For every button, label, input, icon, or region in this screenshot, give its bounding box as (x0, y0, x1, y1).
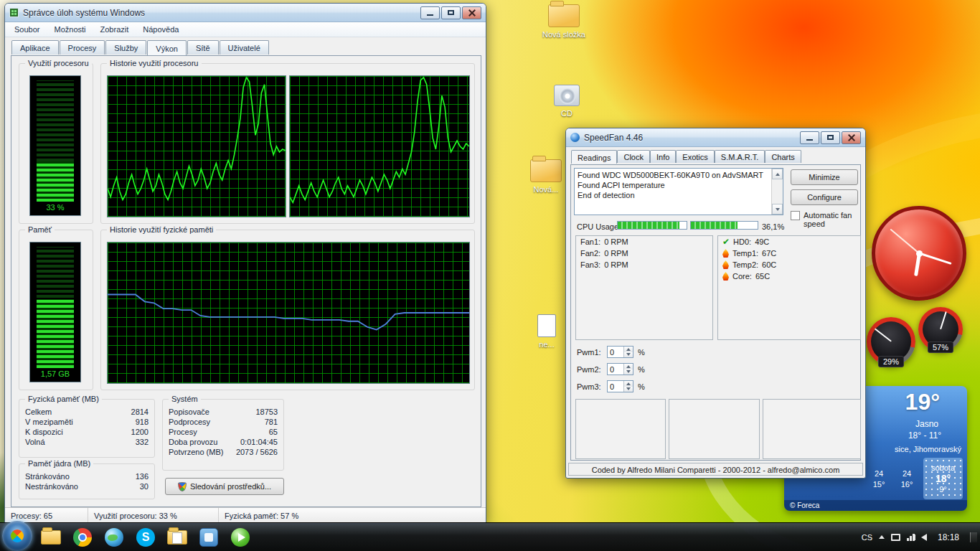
group-label: Paměť (25, 225, 55, 234)
status-cpu: Využití procesoru: 33 % (88, 508, 219, 524)
explorer-icon (41, 530, 61, 545)
stat-row: Procesy65 (163, 427, 283, 437)
temp-range: 18° - 11° (908, 430, 941, 441)
stat-row: Volná332 (19, 437, 154, 447)
pwm-unit: % (638, 382, 645, 391)
cpu-usage-label: CPU Usage (577, 222, 618, 231)
detection-log[interactable]: Found WDC WD5000BEKT-60KA9T0 on AdvSMART… (574, 168, 783, 215)
language-indicator[interactable]: CS (862, 533, 872, 542)
configure-button[interactable]: Configure (791, 189, 858, 205)
tab-site[interactable]: Sítě (187, 40, 219, 55)
clock-gadget[interactable] (872, 206, 966, 301)
forecast-tomorrow[interactable]: sobota 18° 9° (923, 458, 963, 499)
maximize-button[interactable] (441, 6, 461, 19)
minimize-app-label: Minimize (809, 173, 839, 182)
taskbar-app[interactable] (193, 523, 225, 551)
tab-info[interactable]: Info (650, 150, 676, 163)
system-group: Systém Popisovače18753 Podprocesy781 Pro… (162, 399, 284, 471)
tab-sluzby[interactable]: Služby (105, 40, 146, 55)
maximize-button[interactable] (821, 131, 840, 144)
current-temp: 19° (905, 389, 940, 415)
flame-icon (722, 249, 729, 258)
minimize-app-button[interactable]: Minimize (791, 169, 858, 185)
configure-label: Configure (807, 193, 842, 202)
pwm-label: Pwm1: (577, 348, 603, 357)
speedfan-icon (570, 133, 580, 142)
menu-moznosti[interactable]: Možnosti (47, 23, 92, 36)
file-icon (537, 314, 556, 337)
stat-row: Podprocesy781 (163, 417, 283, 427)
pwm1-stepper[interactable]: 0 (607, 346, 633, 358)
stat-row: Potvrzeno (MB)2073 / 5626 (163, 447, 283, 457)
taskman-tabs: Aplikace Procesy Služby Výkon Sítě Uživa… (5, 37, 486, 55)
ram-meter-gadget[interactable]: 57% (918, 307, 963, 353)
taskbar-chrome[interactable] (67, 523, 98, 551)
tab-smart[interactable]: S.M.A.R.T. (715, 150, 765, 163)
menu-napoveda[interactable]: Nápověda (136, 23, 185, 36)
desktop-icon-nova-slozka[interactable]: Nová složka (537, 4, 591, 39)
taskbar-explorer[interactable] (35, 523, 67, 551)
pwm-unit: % (638, 365, 645, 374)
check-icon: ✔ (722, 238, 730, 246)
tab-uzivatele[interactable]: Uživatelé (220, 40, 269, 55)
taskbar-browser[interactable] (98, 523, 130, 551)
resource-monitor-button[interactable]: Sledování prostředků... (165, 478, 284, 495)
performance-tab-page: Využití procesoru 33 % Historie využití … (11, 55, 481, 507)
tab-clock[interactable]: Clock (617, 150, 650, 163)
tab-exotics[interactable]: Exotics (676, 150, 714, 163)
icon-label: ne... (539, 340, 554, 349)
hidden-icons-arrow[interactable] (879, 535, 885, 539)
menu-zobrazit[interactable]: Zobrazit (94, 23, 136, 36)
taskbar-documents[interactable] (161, 523, 193, 551)
menu-soubor[interactable]: Soubor (8, 23, 46, 36)
cpu-usage-percent: 36,1% (762, 222, 784, 231)
gauge-value: 57% (928, 342, 953, 353)
close-icon (468, 9, 476, 17)
desktop-icon-ne[interactable]: ne... (524, 314, 570, 349)
display-tray-icon[interactable] (891, 534, 900, 541)
auto-fan-checkbox[interactable] (791, 211, 800, 220)
tab-vykon[interactable]: Výkon (147, 40, 187, 55)
temp-row: Temp1:67C (718, 248, 860, 259)
tab-procesy[interactable]: Procesy (60, 40, 105, 55)
temp-row: ✔HD0:49C (718, 236, 860, 248)
show-desktop-button[interactable] (970, 532, 977, 542)
volume-icon[interactable] (921, 534, 927, 541)
tab-readings[interactable]: Readings (571, 150, 617, 164)
stat-row: Celkem2814 (19, 407, 154, 417)
scroll-up-icon[interactable] (772, 169, 783, 179)
cpu-usage-bar-1 (617, 221, 687, 230)
forecast-high: 18° (936, 473, 951, 484)
minimize-button[interactable] (800, 131, 819, 144)
foreca-copyright: © Foreca (784, 500, 967, 511)
taskman-titlebar[interactable]: Správce úloh systému Windows (5, 4, 486, 22)
cpu-meter-gadget[interactable]: 29% (867, 317, 915, 367)
group-label: Paměť jádra (MB) (25, 459, 93, 468)
desktop-icon-nova[interactable]: Nová... (521, 159, 571, 194)
close-button[interactable] (842, 131, 861, 144)
minimize-button[interactable] (420, 6, 440, 19)
pwm3-stepper[interactable]: 0 (607, 380, 633, 392)
log-line: End of detection (578, 190, 770, 200)
forecast-day[interactable]: 24 16° (895, 458, 918, 499)
pwm-unit: % (638, 348, 645, 357)
cd-icon (554, 85, 580, 106)
close-button[interactable] (462, 6, 481, 19)
taskbar-clock[interactable]: 18:18 (933, 532, 963, 542)
start-button[interactable] (2, 521, 32, 551)
pwm2-stepper[interactable]: 0 (607, 363, 633, 375)
log-scrollbar[interactable] (771, 169, 783, 215)
tab-aplikace[interactable]: Aplikace (11, 40, 59, 55)
speedfan-titlebar[interactable]: SpeedFan 4.46 (566, 128, 865, 147)
folder-icon (548, 4, 580, 27)
forecast-temp: 15° (873, 480, 885, 489)
tab-charts[interactable]: Charts (765, 150, 801, 163)
group-label: Systém (169, 395, 201, 403)
taskbar-skype[interactable]: S (130, 523, 161, 551)
scroll-down-icon[interactable] (772, 204, 783, 215)
taskman-menubar: Soubor Možnosti Zobrazit Nápověda (5, 22, 486, 37)
weather-location: sice, Jihomoravský (895, 445, 961, 453)
taskbar-media[interactable] (225, 523, 256, 551)
forecast-day[interactable]: 24 15° (867, 458, 890, 499)
desktop-icon-cd[interactable]: CD (540, 85, 594, 118)
